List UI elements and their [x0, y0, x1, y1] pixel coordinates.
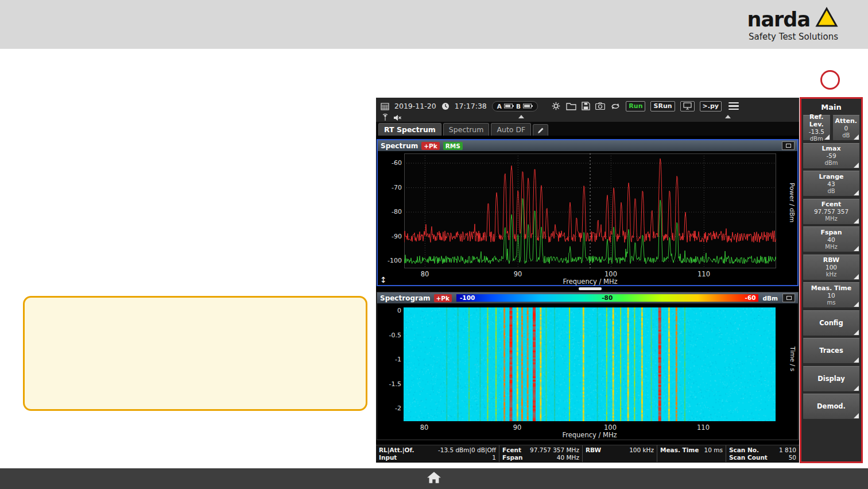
- lrange-button[interactable]: Lrange 43 dB: [803, 171, 860, 197]
- y-tick: -1.5: [377, 380, 401, 388]
- peak-detector-badge: +Pk: [421, 142, 439, 150]
- x-tick: 80: [421, 270, 429, 278]
- x-tick: 90: [514, 270, 522, 278]
- status-label: Fspan: [502, 454, 523, 461]
- callout-box: [23, 296, 367, 411]
- page: narda Safety Test Solutions 2019-11-20 1…: [0, 0, 868, 489]
- status-label: Scan No.: [729, 446, 759, 453]
- y-axis-label: Power / dBm: [788, 183, 796, 222]
- brand-tagline: Safety Test Solutions: [747, 32, 838, 42]
- span-scroll-indicator[interactable]: [579, 287, 602, 290]
- resize-handle-icon[interactable]: ↕: [380, 276, 387, 284]
- traces-button[interactable]: Traces: [803, 338, 860, 364]
- softkey-menu: Main Ref. Lev. -13.5 dBm Atten. 0 dB Lma…: [801, 99, 861, 461]
- fcent-button[interactable]: Fcent 97.757 357 MHz: [803, 199, 860, 225]
- toolbar-expand-icon[interactable]: [725, 115, 731, 118]
- display-button[interactable]: Display: [803, 366, 860, 392]
- status-value: -13.5 dBm|0 dB|Off: [438, 446, 496, 453]
- scale-min-label: -100: [460, 294, 475, 302]
- menu-header: Main: [803, 99, 860, 115]
- status-value: 10 ms: [704, 446, 723, 453]
- edit-views-button[interactable]: [533, 124, 548, 136]
- y-tick: -2: [377, 405, 401, 412]
- srun-button[interactable]: SRun: [650, 101, 675, 111]
- home-button[interactable]: [427, 471, 441, 486]
- y-tick: -100: [378, 257, 402, 264]
- battery-b-label: B: [516, 103, 521, 110]
- screenshot-camera-icon[interactable]: [595, 102, 605, 110]
- ref-level-button[interactable]: Ref. Lev. -13.5 dBm: [803, 115, 831, 141]
- atten-button[interactable]: Atten. 0 dB: [832, 115, 861, 141]
- scale-mid-label: -80: [602, 294, 613, 302]
- status-label: RBW: [586, 446, 601, 453]
- status-scan: Scan No.1 810 Scan Count50: [726, 445, 799, 462]
- date-display: 2019-11-20: [394, 102, 436, 110]
- rbw-button[interactable]: RBW 100 kHz: [803, 255, 860, 280]
- scale-unit-label: dBm: [763, 295, 778, 302]
- file-manager-icon[interactable]: [566, 102, 576, 110]
- status-label: RL|Att.|Of.: [379, 446, 414, 453]
- x-axis-label: Frequency / MHz: [562, 431, 617, 439]
- sync-icon[interactable]: [610, 102, 621, 110]
- spectrum-window-button[interactable]: [782, 141, 795, 150]
- tab-rt-spectrum[interactable]: RT Spectrum: [378, 123, 441, 136]
- views-button[interactable]: [680, 101, 695, 111]
- run-button[interactable]: Run: [626, 101, 645, 111]
- spectrogram-plot-area: 0 -0.5 -1 -1.5 -2 80 90 100 110 Frequenc…: [377, 303, 798, 437]
- spectrogram-window-button[interactable]: [782, 294, 795, 302]
- status-label: Scan Count: [729, 454, 768, 461]
- y-tick: -1: [377, 356, 401, 363]
- spectrum-title: Spectrum: [381, 142, 418, 150]
- spectrum-panel: Spectrum +Pk RMS -60 -70 -80 -90 -100 80…: [377, 139, 799, 286]
- meas-time-button[interactable]: Meas. Time 10 ms: [803, 282, 860, 308]
- calendar-icon: [381, 102, 389, 110]
- x-tick: 110: [698, 270, 710, 278]
- battery-status[interactable]: A B: [492, 101, 538, 111]
- fspan-button[interactable]: Fspan 40 MHz: [803, 226, 860, 252]
- y-tick: -70: [378, 184, 402, 191]
- config-button[interactable]: Config: [803, 310, 860, 336]
- time-display: 17:17:38: [455, 102, 487, 110]
- status-rl-att: RL|Att.|Of.-13.5 dBm|0 dB|Off Input1: [376, 445, 499, 462]
- save-icon[interactable]: [582, 102, 590, 110]
- x-tick: 100: [604, 270, 617, 278]
- y-tick: -80: [378, 208, 402, 215]
- view-tabbar: RT Spectrum Spectrum Auto DF: [376, 122, 799, 136]
- scale-max-label: -60: [745, 294, 756, 302]
- menu-hamburger-icon[interactable]: [728, 102, 739, 110]
- spectrogram-plot[interactable]: [404, 307, 776, 421]
- y-tick: 0: [377, 307, 401, 314]
- spectrum-plot[interactable]: [404, 153, 776, 268]
- instrument-screen: 2019-11-20 17:17:38 A B: [376, 98, 799, 463]
- spectrogram-panel: Spectrogram +Pk -100 -80 -60 dBm 0 -0.5 …: [377, 292, 799, 440]
- status-label: Input: [379, 454, 397, 461]
- y-tick: -0.5: [377, 332, 401, 339]
- status-value: 1 810: [779, 446, 796, 453]
- menu-highlight-annotation: Main Ref. Lev. -13.5 dBm Atten. 0 dB Lma…: [800, 97, 863, 463]
- status-bar: RL|Att.|Of.-13.5 dBm|0 dB|Off Input1 Fce…: [376, 445, 799, 462]
- antenna-icon[interactable]: [382, 114, 389, 121]
- settings-gear-icon[interactable]: [551, 101, 561, 111]
- script-py-button[interactable]: >.py: [700, 101, 722, 111]
- battery-a-icon: [504, 103, 514, 109]
- bottom-bar: [0, 468, 868, 489]
- demod-button[interactable]: Demod.: [803, 394, 860, 419]
- rms-detector-badge: RMS: [443, 142, 463, 150]
- clock-icon: [441, 102, 450, 110]
- status-value: 40 MHz: [557, 454, 579, 461]
- status-value: 1: [492, 454, 496, 461]
- x-tick: 80: [420, 423, 429, 432]
- tab-spectrum[interactable]: Spectrum: [443, 123, 490, 136]
- color-scale-bar[interactable]: -100 -80 -60: [456, 294, 758, 302]
- annotation-circle: [820, 70, 840, 90]
- lmax-button[interactable]: Lmax -59 dBm: [803, 143, 860, 169]
- battery-b-icon: [523, 103, 533, 109]
- top-banner: narda Safety Test Solutions: [0, 0, 868, 49]
- spectrum-panel-header: Spectrum +Pk RMS: [378, 140, 797, 151]
- status-meas-time: Meas. Time10 ms: [657, 445, 726, 462]
- brand-name: narda: [747, 10, 810, 30]
- tab-auto-df[interactable]: Auto DF: [491, 123, 531, 136]
- toolbar-expand-icon[interactable]: [518, 115, 524, 118]
- speaker-muted-icon[interactable]: [393, 114, 401, 121]
- status-label: Meas. Time: [660, 446, 699, 453]
